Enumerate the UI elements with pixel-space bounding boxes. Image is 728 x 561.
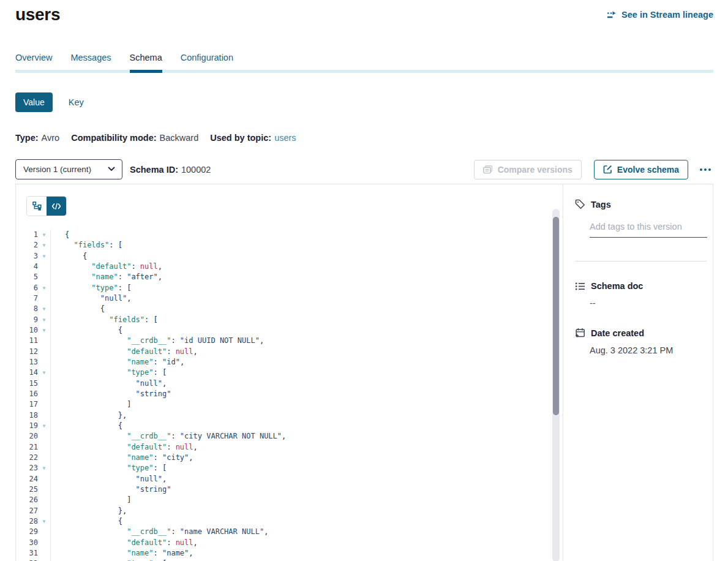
- code-line: 22 "name": "city",: [16, 453, 554, 463]
- code-line: 32▼ "type": [: [16, 559, 554, 561]
- code-line: 25 "string": [16, 484, 554, 495]
- code-line: 20 "__crdb__": "city VARCHAR NOT NULL",: [16, 431, 554, 442]
- fold-toggle-icon[interactable]: ▼: [38, 367, 50, 378]
- fold-spacer: [38, 336, 50, 346]
- fold-spacer: [38, 548, 50, 559]
- page-title: users: [15, 5, 60, 24]
- fold-toggle-icon[interactable]: ▼: [38, 325, 50, 336]
- code-line: 8▼ {: [16, 304, 554, 314]
- tab-schema[interactable]: Schema: [130, 53, 162, 73]
- see-in-stream-lineage-link[interactable]: See in Stream lineage: [607, 10, 713, 20]
- fold-spacer: [38, 389, 50, 399]
- tab-overview[interactable]: Overview: [15, 53, 52, 73]
- fold-toggle-icon[interactable]: ▼: [38, 463, 50, 473]
- code-line: 1▼{: [16, 230, 554, 240]
- tag-icon: [575, 199, 585, 209]
- code-line: 4 "default": null,: [16, 262, 554, 272]
- fold-spacer: [38, 293, 50, 304]
- compatibility-mode: Compatibility mode:Backward: [71, 133, 198, 143]
- code-line: 21 "default": null,: [16, 442, 554, 453]
- code-line: 31 "name": "name",: [16, 548, 554, 559]
- edit-icon: [603, 165, 612, 174]
- code-line: 18 },: [16, 410, 554, 421]
- version-toolbar: Version 1 (current) Schema ID:100002 Com…: [15, 159, 713, 179]
- fold-spacer: [38, 272, 50, 282]
- editor-view-toggle: [27, 197, 66, 216]
- fold-toggle-icon[interactable]: ▼: [38, 230, 50, 240]
- fold-spacer: [38, 453, 50, 463]
- code-editor[interactable]: 1▼{2▼ "fields": [3▼ {4 "default": null,5…: [16, 230, 554, 561]
- code-line: 11 "__crdb__": "id UUID NOT NULL",: [16, 336, 554, 346]
- code-line: 29 "__crdb__": "name VARCHAR NULL",: [16, 527, 554, 537]
- schema-doc-value: --: [590, 298, 713, 308]
- schema-actions: Compare versions Evolve schema: [474, 160, 713, 179]
- fold-toggle-icon[interactable]: ▼: [38, 421, 50, 431]
- fold-spacer: [38, 442, 50, 453]
- page-header: users See in Stream lineage: [15, 0, 713, 24]
- compare-versions-button[interactable]: Compare versions: [474, 160, 582, 179]
- code-line: 5 "name": "after",: [16, 272, 554, 282]
- code-line: 7 "null",: [16, 293, 554, 304]
- stream-lineage-icon: [607, 11, 617, 19]
- code-line: 16 "string": [16, 389, 554, 399]
- tab-bar: Overview Messages Schema Configuration: [15, 53, 713, 73]
- key-toggle-button[interactable]: Key: [69, 97, 84, 107]
- tab-configuration[interactable]: Configuration: [181, 53, 233, 73]
- tags-input[interactable]: [590, 222, 707, 238]
- code-line: 28▼ {: [16, 516, 554, 527]
- fold-toggle-icon[interactable]: ▼: [38, 304, 50, 314]
- schema-doc-section: Schema doc --: [575, 281, 713, 308]
- calendar-add-icon: [575, 328, 585, 338]
- code-line: 12 "default": null,: [16, 347, 554, 357]
- code-line: 3▼ {: [16, 251, 554, 262]
- tab-messages[interactable]: Messages: [70, 53, 111, 73]
- code-line: 26 ]: [16, 495, 554, 505]
- code-line: 13 "name": "id",: [16, 357, 554, 367]
- code-line: 10▼ {: [16, 325, 554, 336]
- schema-doc-heading: Schema doc: [575, 281, 713, 291]
- chevron-down-icon: [108, 167, 115, 171]
- date-created-value: Aug. 3 2022 3:21 PM: [590, 345, 713, 355]
- fold-spacer: [38, 399, 50, 410]
- fold-spacer: [38, 431, 50, 442]
- schema-kind-toggle: Value Key: [15, 92, 713, 112]
- fold-spacer: [38, 506, 50, 516]
- used-by-topic: Used by topic:users: [210, 133, 296, 143]
- fold-spacer: [38, 495, 50, 505]
- version-select[interactable]: Version 1 (current): [15, 159, 122, 179]
- fold-spacer: [38, 474, 50, 484]
- fold-toggle-icon[interactable]: ▼: [38, 251, 50, 262]
- schema-id: Schema ID:100002: [130, 165, 211, 175]
- fold-toggle-icon[interactable]: ▼: [38, 315, 50, 325]
- fold-spacer: [38, 410, 50, 421]
- code-line: 27 },: [16, 506, 554, 516]
- sidebar-divider: [575, 261, 707, 262]
- code-line: 23▼ "type": [: [16, 463, 554, 473]
- evolve-schema-button[interactable]: Evolve schema: [594, 160, 688, 179]
- fold-spacer: [38, 527, 50, 537]
- fold-spacer: [38, 484, 50, 495]
- tags-heading: Tags: [575, 199, 713, 209]
- code-line: 6▼ "type": [: [16, 283, 554, 293]
- schema-sidebar: Tags Schema doc --: [563, 184, 713, 355]
- fold-spacer: [38, 538, 50, 548]
- tree-view-icon[interactable]: [27, 197, 47, 216]
- more-options-button[interactable]: [697, 165, 713, 175]
- code-line: 17 ]: [16, 399, 554, 410]
- fold-toggle-icon[interactable]: ▼: [38, 283, 50, 293]
- editor-scrollbar-thumb[interactable]: [553, 217, 559, 415]
- compare-icon: [483, 165, 493, 174]
- code-line: 2▼ "fields": [: [16, 240, 554, 250]
- fold-toggle-icon[interactable]: ▼: [38, 559, 50, 561]
- fold-toggle-icon[interactable]: ▼: [38, 516, 50, 527]
- date-created-heading: Date created: [575, 328, 713, 338]
- code-view-icon[interactable]: [47, 197, 66, 216]
- fold-spacer: [38, 262, 50, 272]
- fold-spacer: [38, 378, 50, 389]
- code-line: 19▼ {: [16, 421, 554, 431]
- value-toggle-button[interactable]: Value: [15, 92, 53, 112]
- topic-link[interactable]: users: [274, 133, 296, 143]
- fold-toggle-icon[interactable]: ▼: [38, 240, 50, 250]
- code-line: 9▼ "fields": [: [16, 315, 554, 325]
- code-line: 24 "null",: [16, 474, 554, 484]
